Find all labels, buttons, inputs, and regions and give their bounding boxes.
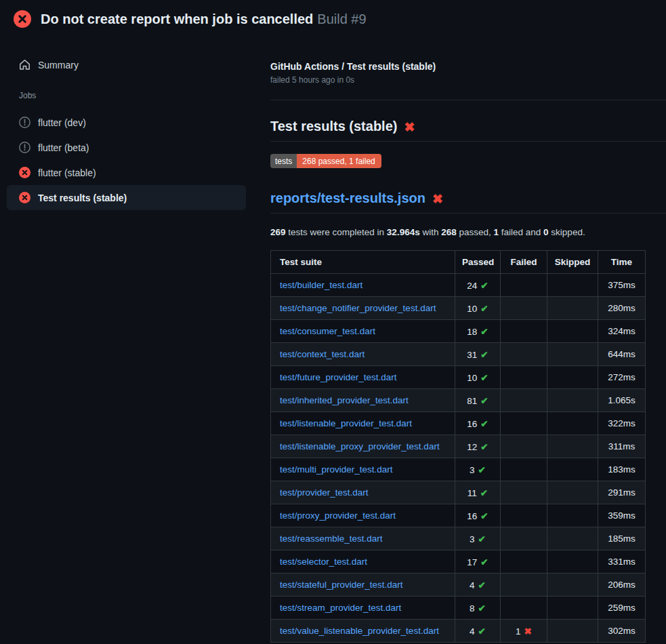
- sidebar-item-label: flutter (dev): [38, 117, 86, 128]
- suite-link[interactable]: test/multi_provider_test.dart: [280, 464, 393, 475]
- check-icon: ✔: [478, 534, 486, 544]
- count-value: 11: [467, 488, 477, 498]
- main-content: GitHub Actions / Test results (stable) f…: [254, 36, 666, 644]
- cell-time: 259ms: [598, 597, 646, 620]
- cell-suite: test/listenable_provider_test.dart: [271, 412, 455, 435]
- table-row: test/multi_provider_test.dart3✔183ms: [271, 458, 646, 481]
- cell-time: 291ms: [598, 481, 646, 504]
- sidebar-item-summary[interactable]: Summary: [7, 52, 246, 77]
- sidebar-item-flutter-dev[interactable]: flutter (dev): [7, 110, 246, 135]
- cell-passed: 11✔: [455, 481, 501, 504]
- summary-segment: 0: [543, 227, 549, 237]
- suite-link[interactable]: test/provider_test.dart: [280, 487, 369, 498]
- cell-skipped: [547, 274, 598, 297]
- table-row: test/selector_test.dart17✔331ms: [271, 550, 646, 573]
- suite-link[interactable]: test/proxy_provider_test.dart: [280, 510, 396, 521]
- cell-failed: 1✖: [501, 620, 547, 643]
- cell-failed: [501, 597, 547, 620]
- column-header-failed: Failed: [501, 251, 547, 274]
- sidebar: Summary Jobs flutter (dev)flutter (beta)…: [0, 36, 254, 210]
- cell-skipped: [547, 366, 598, 389]
- sidebar-item-label: Test results (stable): [38, 193, 127, 203]
- count-value: 3: [470, 534, 475, 544]
- cell-passed: 81✔: [455, 389, 501, 412]
- cell-suite: test/stream_provider_test.dart: [271, 597, 455, 620]
- check-icon: ✔: [478, 603, 486, 613]
- suite-link[interactable]: test/listenable_proxy_provider_test.dart: [280, 441, 440, 451]
- cell-failed: [501, 389, 547, 412]
- sidebar-item-flutter-stable[interactable]: flutter (stable): [7, 160, 246, 185]
- table-row: test/stream_provider_test.dart8✔259ms: [271, 597, 646, 620]
- suite-link[interactable]: test/context_test.dart: [280, 349, 365, 359]
- section-heading-label: Test results (stable): [270, 119, 397, 134]
- sidebar-item-flutter-beta[interactable]: flutter (beta): [7, 135, 246, 160]
- suite-link[interactable]: test/future_provider_test.dart: [280, 372, 397, 382]
- check-icon: ✔: [478, 465, 486, 475]
- cell-suite: test/listenable_proxy_provider_test.dart: [271, 435, 455, 458]
- cell-skipped: [547, 481, 598, 504]
- suite-link[interactable]: test/consumer_test.dart: [280, 326, 375, 336]
- summary-segment: tests were completed in: [286, 227, 387, 237]
- report-heading: reports/test-results.json ✖: [270, 190, 666, 214]
- cell-failed: [501, 481, 547, 504]
- alert-circle-icon: [19, 142, 30, 153]
- tests-badge-label: tests: [270, 154, 297, 168]
- summary-segment: failed and: [499, 227, 543, 237]
- cell-skipped: [547, 412, 598, 435]
- cell-suite: test/multi_provider_test.dart: [271, 458, 455, 481]
- cell-passed: 17✔: [455, 550, 501, 573]
- cell-passed: 18✔: [455, 320, 501, 343]
- cell-skipped: [547, 620, 598, 643]
- suite-link[interactable]: test/value_listenable_provider_test.dart: [280, 626, 439, 636]
- count-value: 16: [467, 419, 477, 429]
- check-icon: ✔: [480, 350, 488, 360]
- fail-x-icon: ✖: [432, 193, 443, 205]
- suite-link[interactable]: test/change_notifier_provider_test.dart: [280, 303, 436, 313]
- cell-suite: test/value_listenable_provider_test.dart: [271, 620, 455, 643]
- suite-link[interactable]: test/stateful_provider_test.dart: [280, 580, 403, 590]
- check-icon: ✔: [480, 304, 488, 314]
- summary-segment: passed,: [457, 227, 494, 237]
- check-header: GitHub Actions / Test results (stable) f…: [270, 61, 666, 85]
- count-value: 4: [470, 626, 475, 637]
- x-circle-icon: [19, 192, 30, 203]
- sidebar-item-label: flutter (stable): [38, 167, 96, 178]
- cell-suite: test/consumer_test.dart: [271, 320, 455, 343]
- sidebar-jobs-list: flutter (dev)flutter (beta)flutter (stab…: [7, 110, 246, 210]
- alert-circle-icon: [19, 117, 30, 128]
- count-value: 16: [467, 511, 477, 521]
- cell-failed: [501, 504, 547, 527]
- suite-link[interactable]: test/builder_test.dart: [280, 280, 362, 290]
- summary-segment: with: [420, 227, 442, 237]
- cell-passed: 24✔: [455, 274, 501, 297]
- x-icon: ✖: [524, 626, 532, 637]
- suite-link[interactable]: test/listenable_provider_test.dart: [280, 418, 412, 428]
- summary-segment: skipped.: [549, 227, 585, 237]
- cell-suite: test/builder_test.dart: [271, 274, 455, 297]
- count-value: 1: [516, 626, 521, 637]
- suite-link[interactable]: test/stream_provider_test.dart: [280, 603, 401, 613]
- cell-time: 322ms: [598, 412, 646, 435]
- check-icon: ✔: [478, 580, 486, 590]
- cell-time: 206ms: [598, 573, 646, 597]
- check-icon: ✔: [480, 557, 488, 567]
- check-icon: ✔: [480, 442, 488, 452]
- sidebar-item-test-results-stable[interactable]: Test results (stable): [7, 185, 246, 210]
- suite-link[interactable]: test/reassemble_test.dart: [280, 534, 383, 544]
- table-row: test/inherited_provider_test.dart81✔1.06…: [271, 389, 646, 412]
- page-title: Do not create report when job is cancell…: [41, 12, 313, 27]
- check-subtitle: failed 5 hours ago in 0s: [270, 75, 666, 85]
- cell-time: 302ms: [598, 620, 646, 643]
- header-title-group: Do not create report when job is cancell…: [41, 12, 367, 27]
- count-value: 12: [467, 442, 477, 452]
- check-title: GitHub Actions / Test results (stable): [270, 61, 666, 72]
- cell-passed: 16✔: [455, 504, 501, 527]
- cell-time: 280ms: [598, 297, 646, 320]
- results-table: Test suitePassedFailedSkippedTime test/b…: [270, 250, 646, 643]
- suite-link[interactable]: test/inherited_provider_test.dart: [280, 395, 409, 405]
- check-icon: ✔: [480, 488, 488, 498]
- suite-link[interactable]: test/selector_test.dart: [280, 557, 367, 567]
- report-link[interactable]: reports/test-results.json: [270, 190, 425, 206]
- cell-time: 375ms: [598, 274, 646, 297]
- table-row: test/value_listenable_provider_test.dart…: [271, 620, 646, 643]
